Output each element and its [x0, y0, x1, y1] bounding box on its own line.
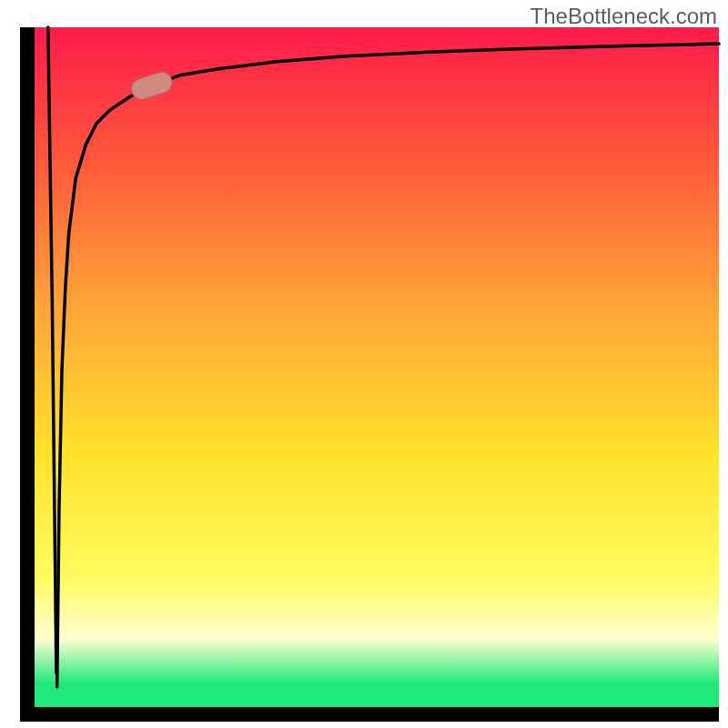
chart-svg [0, 0, 728, 728]
attribution-text: TheBottleneck.com [531, 4, 717, 29]
chart-container: TheBottleneck.com [0, 0, 728, 728]
plot-background [27, 27, 719, 714]
